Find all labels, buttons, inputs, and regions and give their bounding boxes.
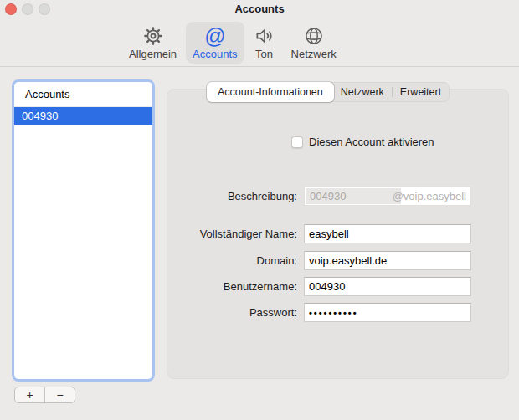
toolbar-item-allgemein[interactable]: Allgemein — [122, 22, 183, 64]
password-field[interactable] — [304, 303, 471, 322]
full-name-label: Vollständiger Name: — [167, 224, 297, 243]
toolbar-label-allgemein: Allgemein — [129, 48, 177, 60]
description-label: Beschreibung: — [167, 187, 297, 206]
username-label: Benutzername: — [167, 277, 297, 296]
toolbar-separator — [0, 66, 519, 67]
toolbar-item-ton[interactable]: Ton — [247, 22, 282, 64]
tab-netzwerk[interactable]: Netzwerk — [333, 83, 392, 101]
toolbar-item-accounts[interactable]: @ Accounts — [186, 22, 244, 64]
enable-account-row: Diesen Account aktivieren — [291, 136, 434, 148]
accounts-list-header: Accounts — [14, 82, 152, 107]
gear-icon — [142, 24, 164, 48]
toolbar-label-netzwerk: Netzwerk — [291, 48, 337, 60]
description-suffix: @voip.easybell — [393, 187, 466, 205]
username-field[interactable] — [304, 277, 471, 296]
full-name-field[interactable] — [304, 224, 471, 243]
domain-label: Domain: — [167, 251, 297, 270]
at-icon: @ — [204, 24, 225, 48]
description-placeholder: 004930 — [310, 187, 346, 205]
description-field[interactable]: 004930 @voip.easybell — [304, 187, 471, 206]
enable-account-checkbox[interactable] — [291, 136, 303, 148]
accounts-list: Accounts 004930 — [12, 79, 155, 382]
preferences-window: Accounts — [0, 0, 519, 420]
list-add-remove-control: + − — [14, 387, 75, 403]
list-item-account[interactable]: 004930 — [14, 107, 152, 125]
account-tabbar: Account-Informationen Netzwerk Erweitert — [207, 82, 450, 102]
globe-icon — [303, 24, 325, 48]
add-account-button[interactable]: + — [15, 387, 44, 402]
remove-account-button[interactable]: − — [44, 387, 75, 402]
enable-account-label: Diesen Account aktivieren — [309, 136, 434, 148]
toolbar-label-accounts: Accounts — [193, 48, 237, 60]
tab-account-informationen[interactable]: Account-Informationen — [207, 82, 334, 102]
speaker-icon — [254, 24, 275, 48]
toolbar-item-netzwerk[interactable]: Netzwerk — [285, 22, 343, 64]
window-title: Accounts — [0, 3, 519, 15]
preferences-toolbar: Allgemein @ Accounts Ton — [122, 22, 343, 64]
toolbar-label-ton: Ton — [255, 48, 273, 60]
password-label: Passwort: — [167, 303, 297, 322]
tab-erweitert[interactable]: Erweitert — [393, 83, 449, 101]
domain-field[interactable] — [304, 251, 471, 270]
